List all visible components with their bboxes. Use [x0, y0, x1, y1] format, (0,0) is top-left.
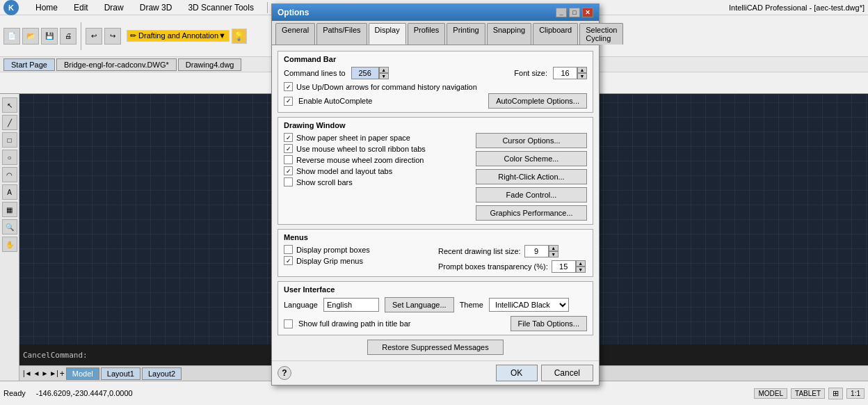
model-btn[interactable]: MODEL: [754, 388, 787, 399]
file-tab-options-btn[interactable]: File Tab Options...: [511, 316, 587, 331]
use-mouse-wheel-row: Use mouse wheel to scroll ribbon tabs: [284, 144, 470, 153]
menu-home[interactable]: Home: [33, 1, 61, 14]
show-model-tabs-checkbox[interactable]: [284, 166, 293, 175]
prompt-transparency-spinner: ▲ ▼: [552, 260, 586, 273]
tab-start-page[interactable]: Start Page: [3, 58, 55, 71]
language-input[interactable]: [323, 298, 379, 312]
tab-profiles[interactable]: Profiles: [408, 23, 446, 45]
tab-general[interactable]: General: [275, 23, 315, 45]
tab-bridge-engl[interactable]: Bridge-engl-for-cadconv.DWG*: [56, 58, 177, 71]
menu-3dscanner[interactable]: 3D Scanner Tools: [185, 1, 257, 14]
tool-pointer[interactable]: ↖: [2, 97, 17, 113]
tool-circle[interactable]: ○: [2, 150, 17, 165]
open-icon[interactable]: 📂: [22, 28, 39, 45]
tab-drawing4[interactable]: Drawing4.dwg: [178, 58, 242, 71]
ok-btn[interactable]: OK: [496, 365, 538, 381]
command-lines-input[interactable]: [351, 67, 379, 79]
command-lines-up[interactable]: ▲: [379, 67, 389, 73]
cursor-options-btn[interactable]: Cursor Options...: [476, 133, 587, 148]
show-paper-checkbox[interactable]: [284, 133, 293, 142]
use-updown-checkbox[interactable]: [284, 82, 293, 91]
color-scheme-btn[interactable]: Color Scheme...: [476, 151, 587, 166]
nav-prev[interactable]: ◄: [33, 370, 40, 377]
undo-icon[interactable]: ↩: [86, 28, 102, 45]
tab-selection-cycling[interactable]: Selection Cycling: [579, 23, 623, 45]
theme-select[interactable]: IntelliCAD Black: [489, 298, 569, 312]
nav-add[interactable]: +: [60, 369, 65, 379]
print-icon[interactable]: 🖨: [60, 28, 77, 45]
tool-rectangle[interactable]: □: [2, 132, 17, 148]
tool-pan[interactable]: ✋: [2, 237, 17, 252]
menu-edit[interactable]: Edit: [71, 1, 91, 14]
enable-autocomplete-checkbox[interactable]: [284, 97, 293, 106]
command-lines-down[interactable]: ▼: [379, 73, 389, 79]
restore-suppressed-btn[interactable]: Restore Suppressed Messages: [367, 340, 503, 355]
prompt-transparency-label: Prompt boxes transparency (%):: [438, 262, 548, 271]
prompt-transparency-down[interactable]: ▼: [576, 267, 586, 273]
display-grip-checkbox[interactable]: [284, 256, 293, 265]
nav-next[interactable]: ►: [41, 370, 48, 377]
tablet-btn[interactable]: TABLET: [791, 388, 825, 399]
help-btn[interactable]: ?: [278, 366, 291, 380]
show-scroll-bars-label: Show scroll bars: [296, 178, 353, 186]
recent-drawing-down[interactable]: ▼: [549, 251, 558, 257]
tool-zoom[interactable]: 🔍: [2, 219, 17, 235]
cancel-text: Cancel: [23, 351, 51, 360]
tool-hatch[interactable]: ▦: [2, 202, 17, 217]
tool-line[interactable]: ╱: [2, 115, 17, 130]
show-scroll-bars-checkbox[interactable]: [284, 177, 293, 186]
tab-layout2[interactable]: Layout2: [142, 367, 182, 380]
cancel-btn[interactable]: Cancel: [541, 365, 593, 381]
lightbulb-icon[interactable]: 💡: [232, 29, 247, 44]
drawing-window-title: Drawing Window: [284, 121, 587, 129]
tool-text[interactable]: A: [2, 184, 17, 200]
right-click-action-btn[interactable]: Right-Click Action...: [476, 169, 587, 184]
font-size-down[interactable]: ▼: [577, 73, 587, 79]
show-model-tabs-row: Show model and layout tabs: [284, 166, 470, 175]
titlebar-controls: _ □ ✕: [556, 8, 593, 17]
grid-icon[interactable]: ⊞: [828, 388, 843, 399]
prompt-transparency-up[interactable]: ▲: [576, 260, 586, 267]
maximize-btn[interactable]: □: [569, 8, 580, 17]
prompt-transparency-input[interactable]: [552, 260, 576, 273]
save-icon[interactable]: 💾: [41, 28, 58, 45]
tab-snapping[interactable]: Snapping: [487, 23, 532, 45]
graphics-performance-btn[interactable]: Graphics Performance...: [476, 205, 587, 221]
tab-printing[interactable]: Printing: [447, 23, 485, 45]
reverse-mouse-checkbox[interactable]: [284, 155, 293, 164]
show-full-path-checkbox[interactable]: [284, 319, 293, 328]
tab-clipboard[interactable]: Clipboard: [533, 23, 578, 45]
user-interface-section: User Interface Language Set Language... …: [278, 281, 593, 335]
footer-buttons: OK Cancel: [496, 365, 593, 381]
show-full-path-row: Show full drawing path in title bar File…: [284, 316, 587, 331]
close-btn[interactable]: ✕: [582, 8, 593, 17]
tab-paths-files[interactable]: Paths/Files: [316, 23, 367, 45]
nav-first[interactable]: |◄: [23, 370, 32, 377]
restore-row: Restore Suppressed Messages: [278, 340, 593, 355]
new-icon[interactable]: 📄: [3, 28, 20, 45]
minimize-btn[interactable]: _: [556, 8, 567, 17]
menu-draw[interactable]: Draw: [102, 1, 127, 14]
display-prompt-checkbox[interactable]: [284, 245, 293, 254]
set-language-btn[interactable]: Set Language...: [385, 297, 454, 312]
tab-display[interactable]: Display: [369, 23, 406, 45]
use-mouse-wheel-checkbox[interactable]: [284, 144, 293, 153]
tab-model[interactable]: Model: [66, 367, 99, 380]
fade-control-btn[interactable]: Fade Control...: [476, 187, 587, 202]
display-grip-label: Display Grip menus: [296, 257, 363, 265]
display-prompt-row: Display prompt boxes: [284, 245, 433, 254]
recent-drawing-input[interactable]: [524, 245, 549, 257]
menu-draw3d[interactable]: Draw 3D: [137, 1, 175, 14]
drafting-annotation-dropdown[interactable]: ✏ Drafting and Annotation▼: [127, 30, 230, 42]
recent-drawing-up[interactable]: ▲: [549, 245, 558, 251]
tool-arc[interactable]: ◠: [2, 167, 17, 182]
status-ready: Ready: [3, 389, 26, 397]
font-size-input[interactable]: [553, 67, 577, 79]
snap-btn[interactable]: 1:1: [846, 388, 865, 399]
autocomplete-options-btn[interactable]: AutoComplete Options...: [488, 93, 587, 109]
font-size-label: Font size:: [514, 69, 547, 77]
tab-layout1[interactable]: Layout1: [101, 367, 140, 380]
redo-icon[interactable]: ↪: [104, 28, 121, 45]
nav-last[interactable]: ►|: [49, 370, 58, 377]
font-size-up[interactable]: ▲: [577, 67, 587, 73]
